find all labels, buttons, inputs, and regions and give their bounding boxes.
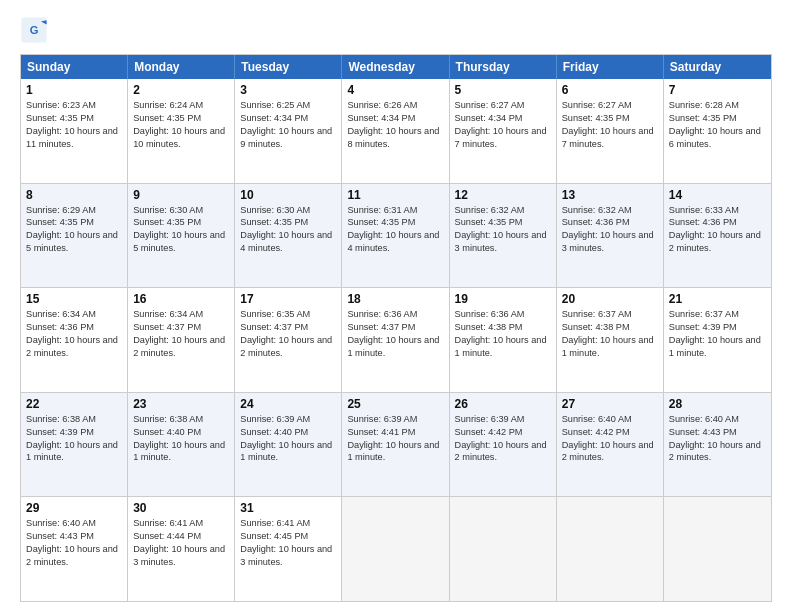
sunset-line: Sunset: 4:34 PM: [240, 112, 336, 125]
calendar-row: 15 Sunrise: 6:34 AM Sunset: 4:36 PM Dayl…: [21, 287, 771, 392]
sunrise-line: Sunrise: 6:35 AM: [240, 308, 336, 321]
day-number: 26: [455, 397, 551, 411]
calendar-row: 8 Sunrise: 6:29 AM Sunset: 4:35 PM Dayli…: [21, 183, 771, 288]
daylight-line: Daylight: 10 hours and 1 minute.: [26, 439, 122, 465]
cal-header-day: Monday: [128, 55, 235, 79]
day-number: 5: [455, 83, 551, 97]
sunset-line: Sunset: 4:35 PM: [669, 112, 766, 125]
sunrise-line: Sunrise: 6:38 AM: [133, 413, 229, 426]
calendar-cell: 4 Sunrise: 6:26 AM Sunset: 4:34 PM Dayli…: [342, 79, 449, 183]
sunset-line: Sunset: 4:42 PM: [562, 426, 658, 439]
cal-header-day: Thursday: [450, 55, 557, 79]
day-number: 12: [455, 188, 551, 202]
daylight-line: Daylight: 10 hours and 4 minutes.: [240, 229, 336, 255]
svg-text:G: G: [30, 24, 39, 36]
day-number: 10: [240, 188, 336, 202]
daylight-line: Daylight: 10 hours and 2 minutes.: [562, 439, 658, 465]
day-number: 7: [669, 83, 766, 97]
calendar-cell: [450, 497, 557, 601]
daylight-line: Daylight: 10 hours and 5 minutes.: [133, 229, 229, 255]
cal-header-day: Tuesday: [235, 55, 342, 79]
calendar-cell: 24 Sunrise: 6:39 AM Sunset: 4:40 PM Dayl…: [235, 393, 342, 497]
daylight-line: Daylight: 10 hours and 2 minutes.: [240, 334, 336, 360]
calendar-cell: 30 Sunrise: 6:41 AM Sunset: 4:44 PM Dayl…: [128, 497, 235, 601]
sunset-line: Sunset: 4:35 PM: [240, 216, 336, 229]
calendar-cell: 28 Sunrise: 6:40 AM Sunset: 4:43 PM Dayl…: [664, 393, 771, 497]
day-number: 13: [562, 188, 658, 202]
sunrise-line: Sunrise: 6:40 AM: [26, 517, 122, 530]
cal-header-day: Friday: [557, 55, 664, 79]
calendar-cell: 7 Sunrise: 6:28 AM Sunset: 4:35 PM Dayli…: [664, 79, 771, 183]
sunset-line: Sunset: 4:36 PM: [669, 216, 766, 229]
daylight-line: Daylight: 10 hours and 2 minutes.: [26, 543, 122, 569]
header: G: [20, 16, 772, 44]
sunrise-line: Sunrise: 6:26 AM: [347, 99, 443, 112]
logo: G: [20, 16, 52, 44]
day-number: 2: [133, 83, 229, 97]
daylight-line: Daylight: 10 hours and 1 minute.: [455, 334, 551, 360]
calendar-cell: 8 Sunrise: 6:29 AM Sunset: 4:35 PM Dayli…: [21, 184, 128, 288]
sunset-line: Sunset: 4:36 PM: [26, 321, 122, 334]
calendar-body: 1 Sunrise: 6:23 AM Sunset: 4:35 PM Dayli…: [21, 79, 771, 601]
sunrise-line: Sunrise: 6:37 AM: [669, 308, 766, 321]
sunset-line: Sunset: 4:37 PM: [347, 321, 443, 334]
daylight-line: Daylight: 10 hours and 2 minutes.: [669, 229, 766, 255]
daylight-line: Daylight: 10 hours and 3 minutes.: [455, 229, 551, 255]
calendar-cell: 19 Sunrise: 6:36 AM Sunset: 4:38 PM Dayl…: [450, 288, 557, 392]
sunset-line: Sunset: 4:39 PM: [669, 321, 766, 334]
sunset-line: Sunset: 4:38 PM: [455, 321, 551, 334]
sunset-line: Sunset: 4:41 PM: [347, 426, 443, 439]
day-number: 31: [240, 501, 336, 515]
calendar-cell: 31 Sunrise: 6:41 AM Sunset: 4:45 PM Dayl…: [235, 497, 342, 601]
sunset-line: Sunset: 4:44 PM: [133, 530, 229, 543]
calendar-cell: 3 Sunrise: 6:25 AM Sunset: 4:34 PM Dayli…: [235, 79, 342, 183]
daylight-line: Daylight: 10 hours and 3 minutes.: [562, 229, 658, 255]
daylight-line: Daylight: 10 hours and 2 minutes.: [455, 439, 551, 465]
sunrise-line: Sunrise: 6:40 AM: [669, 413, 766, 426]
daylight-line: Daylight: 10 hours and 7 minutes.: [562, 125, 658, 151]
day-number: 14: [669, 188, 766, 202]
daylight-line: Daylight: 10 hours and 1 minute.: [562, 334, 658, 360]
calendar-cell: 9 Sunrise: 6:30 AM Sunset: 4:35 PM Dayli…: [128, 184, 235, 288]
sunrise-line: Sunrise: 6:39 AM: [455, 413, 551, 426]
day-number: 27: [562, 397, 658, 411]
sunset-line: Sunset: 4:45 PM: [240, 530, 336, 543]
sunset-line: Sunset: 4:35 PM: [455, 216, 551, 229]
sunset-line: Sunset: 4:43 PM: [26, 530, 122, 543]
day-number: 11: [347, 188, 443, 202]
calendar-cell: 1 Sunrise: 6:23 AM Sunset: 4:35 PM Dayli…: [21, 79, 128, 183]
day-number: 20: [562, 292, 658, 306]
day-number: 3: [240, 83, 336, 97]
daylight-line: Daylight: 10 hours and 3 minutes.: [133, 543, 229, 569]
sunrise-line: Sunrise: 6:32 AM: [455, 204, 551, 217]
sunset-line: Sunset: 4:34 PM: [347, 112, 443, 125]
sunrise-line: Sunrise: 6:41 AM: [133, 517, 229, 530]
calendar-cell: 25 Sunrise: 6:39 AM Sunset: 4:41 PM Dayl…: [342, 393, 449, 497]
sunrise-line: Sunrise: 6:36 AM: [347, 308, 443, 321]
calendar-cell: [557, 497, 664, 601]
calendar-cell: 27 Sunrise: 6:40 AM Sunset: 4:42 PM Dayl…: [557, 393, 664, 497]
daylight-line: Daylight: 10 hours and 1 minute.: [347, 439, 443, 465]
day-number: 15: [26, 292, 122, 306]
day-number: 30: [133, 501, 229, 515]
daylight-line: Daylight: 10 hours and 10 minutes.: [133, 125, 229, 151]
day-number: 9: [133, 188, 229, 202]
calendar: SundayMondayTuesdayWednesdayThursdayFrid…: [20, 54, 772, 602]
calendar-cell: 10 Sunrise: 6:30 AM Sunset: 4:35 PM Dayl…: [235, 184, 342, 288]
sunrise-line: Sunrise: 6:40 AM: [562, 413, 658, 426]
calendar-cell: 18 Sunrise: 6:36 AM Sunset: 4:37 PM Dayl…: [342, 288, 449, 392]
daylight-line: Daylight: 10 hours and 2 minutes.: [133, 334, 229, 360]
sunrise-line: Sunrise: 6:34 AM: [26, 308, 122, 321]
sunrise-line: Sunrise: 6:38 AM: [26, 413, 122, 426]
sunrise-line: Sunrise: 6:39 AM: [347, 413, 443, 426]
cal-header-day: Wednesday: [342, 55, 449, 79]
day-number: 23: [133, 397, 229, 411]
calendar-cell: 16 Sunrise: 6:34 AM Sunset: 4:37 PM Dayl…: [128, 288, 235, 392]
calendar-cell: 29 Sunrise: 6:40 AM Sunset: 4:43 PM Dayl…: [21, 497, 128, 601]
daylight-line: Daylight: 10 hours and 3 minutes.: [240, 543, 336, 569]
sunrise-line: Sunrise: 6:33 AM: [669, 204, 766, 217]
sunset-line: Sunset: 4:35 PM: [347, 216, 443, 229]
day-number: 29: [26, 501, 122, 515]
sunrise-line: Sunrise: 6:31 AM: [347, 204, 443, 217]
daylight-line: Daylight: 10 hours and 1 minute.: [669, 334, 766, 360]
